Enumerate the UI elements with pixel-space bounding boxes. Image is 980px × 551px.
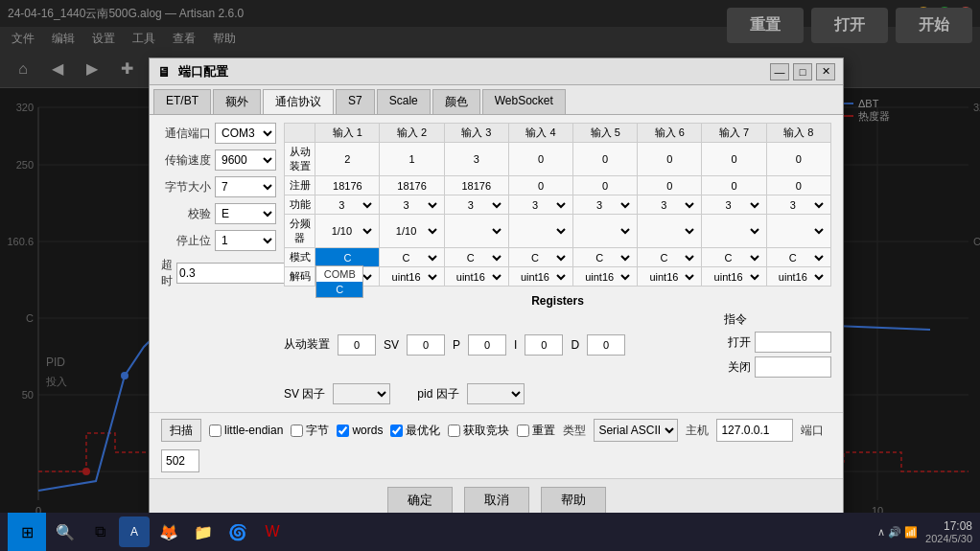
from-device-input[interactable]	[338, 334, 376, 356]
p-input[interactable]	[468, 334, 506, 356]
footer-options-row: 扫描 little-endian 字节 words 最优化 获取竞块 重置 类型…	[150, 412, 843, 478]
slave-8[interactable]	[771, 153, 827, 165]
baud-rate-select[interactable]: 9600	[215, 149, 276, 171]
slave-6[interactable]	[642, 153, 697, 165]
reg-1[interactable]	[319, 180, 375, 192]
taskbar-app-4[interactable]: 🌀	[222, 517, 253, 547]
cancel-button[interactable]: 取消	[464, 487, 529, 514]
func-6[interactable]: 3	[642, 198, 697, 212]
reg-3[interactable]	[449, 180, 504, 192]
byte-size-label: 字节大小	[161, 179, 211, 195]
reset-checkbox[interactable]	[517, 425, 529, 437]
mode-8[interactable]: C	[771, 251, 827, 264]
port-input[interactable]	[161, 449, 199, 472]
dec-7[interactable]: uint16	[706, 270, 761, 284]
div-8[interactable]	[771, 224, 827, 238]
mode-5[interactable]: C	[577, 251, 633, 264]
func-4[interactable]: 3	[513, 198, 569, 212]
slave-2[interactable]	[384, 153, 439, 165]
taskbar-app-3[interactable]: 📁	[188, 517, 219, 547]
dialog-maximize[interactable]: □	[793, 63, 812, 80]
tab-comm[interactable]: 通信协议	[263, 89, 334, 114]
div-3[interactable]	[449, 224, 504, 238]
dec-2[interactable]: uint16	[384, 270, 439, 284]
comm-port-select[interactable]: COM3	[215, 123, 276, 144]
dec-6[interactable]: uint16	[642, 270, 697, 284]
div-1[interactable]: 1/10	[319, 224, 375, 238]
taskbar-app-2[interactable]: 🦊	[153, 517, 184, 547]
func-5[interactable]: 3	[577, 198, 633, 212]
mode-4[interactable]: C	[513, 251, 569, 264]
optimize-checkbox[interactable]	[390, 425, 403, 437]
reg-4[interactable]	[513, 180, 569, 192]
words-checkbox[interactable]	[337, 425, 349, 437]
func-7[interactable]: 3	[706, 198, 761, 212]
start-menu-button[interactable]: ⊞	[8, 513, 46, 551]
mode-7[interactable]: C	[706, 251, 761, 264]
reg-8[interactable]	[771, 180, 827, 192]
func-2[interactable]: 3	[384, 198, 439, 212]
dec-8[interactable]: uint16	[771, 270, 827, 284]
tab-color[interactable]: 颜色	[432, 89, 480, 114]
tab-extra[interactable]: 额外	[213, 89, 261, 114]
mode-6[interactable]: C	[642, 251, 697, 264]
dialog-minimize[interactable]: —	[770, 63, 789, 80]
reg-6[interactable]	[642, 180, 697, 192]
row-label-slave: 从动装置	[285, 143, 315, 176]
parity-select[interactable]: E	[215, 203, 276, 224]
d-input[interactable]	[587, 334, 625, 356]
taskbar-app-5[interactable]: W	[257, 517, 288, 547]
reg-5[interactable]	[577, 180, 633, 192]
reg-2[interactable]	[384, 180, 439, 192]
tab-scale[interactable]: Scale	[377, 89, 431, 114]
func-1[interactable]: 3	[319, 198, 375, 212]
slave-4[interactable]	[513, 153, 569, 165]
fetch-checkbox[interactable]	[448, 425, 460, 437]
tab-et-bt[interactable]: ET/BT	[153, 89, 211, 114]
scan-button[interactable]: 扫描	[161, 419, 201, 442]
div-5[interactable]	[577, 224, 633, 238]
dropdown-item-c[interactable]: C	[316, 282, 362, 297]
sv-input[interactable]	[407, 334, 445, 356]
open-input[interactable]	[755, 332, 831, 353]
tab-s7[interactable]: S7	[336, 89, 375, 114]
byte-checkbox[interactable]	[291, 425, 303, 437]
slave-1[interactable]	[319, 153, 375, 165]
close-input[interactable]	[755, 356, 831, 378]
func-3[interactable]: 3	[449, 198, 504, 212]
words-check: words	[337, 424, 383, 437]
row-label-function: 功能	[285, 195, 315, 215]
little-endian-checkbox[interactable]	[209, 425, 222, 437]
div-4[interactable]	[513, 224, 569, 238]
taskbar-app-1[interactable]: A	[119, 517, 150, 547]
mode-1-value[interactable]: C	[343, 252, 351, 264]
dec-4[interactable]: uint16	[513, 270, 569, 284]
mode-2[interactable]: C	[384, 251, 439, 264]
slave-3[interactable]	[449, 153, 504, 165]
func-8[interactable]: 3	[771, 198, 827, 212]
div-6[interactable]	[642, 224, 697, 238]
div-7[interactable]	[706, 224, 761, 238]
help-button[interactable]: 帮助	[541, 487, 606, 514]
div-2[interactable]: 1/10	[384, 224, 439, 238]
pid-factor-select[interactable]	[467, 383, 525, 404]
slave-7[interactable]	[706, 153, 761, 165]
tab-websocket[interactable]: WebSocket	[482, 89, 566, 114]
taskbar-search[interactable]: 🔍	[50, 517, 81, 547]
pid-factor-label: pid 因子	[417, 386, 458, 402]
dec-3[interactable]: uint16	[449, 270, 504, 284]
dropdown-item-comb[interactable]: COMB	[316, 266, 362, 282]
sv-factor-select[interactable]	[333, 383, 390, 404]
mode-3[interactable]: C	[449, 251, 504, 264]
slave-5[interactable]	[577, 153, 633, 165]
ok-button[interactable]: 确定	[387, 487, 453, 514]
host-input[interactable]	[716, 419, 793, 442]
stop-bits-select[interactable]: 1	[215, 230, 276, 251]
byte-size-select[interactable]: 7	[215, 176, 276, 197]
serial-ascii-select[interactable]: Serial ASCII	[594, 419, 678, 442]
dec-5[interactable]: uint16	[577, 270, 633, 284]
i-input[interactable]	[525, 334, 563, 356]
dialog-close[interactable]: ✕	[816, 63, 835, 80]
reg-7[interactable]	[706, 180, 761, 192]
taskbar-task-view[interactable]: ⧉	[84, 517, 115, 547]
